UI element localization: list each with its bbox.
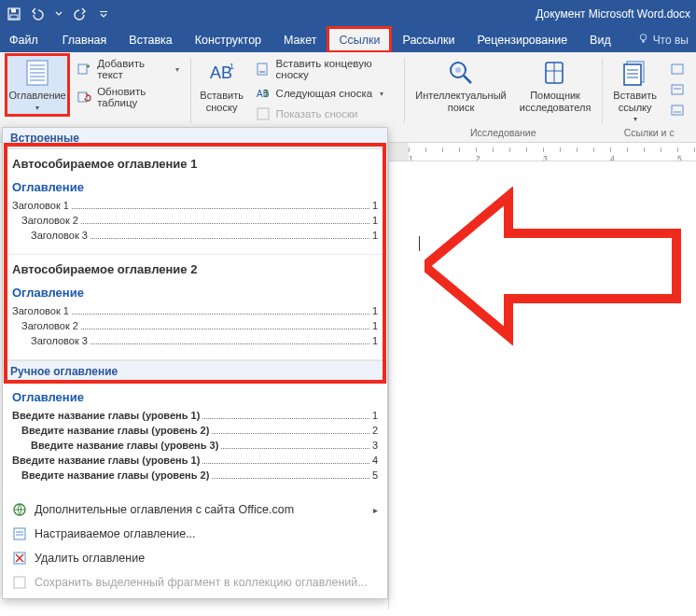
redo-icon[interactable] <box>71 4 91 24</box>
chevron-down-icon: ▾ <box>175 65 179 74</box>
sources-icon <box>670 62 685 77</box>
toc-preview-style-name: Автособираемое оглавление 2 <box>12 262 378 276</box>
gallery-section-builtin: Встроенные <box>3 128 387 149</box>
svg-rect-31 <box>672 64 683 74</box>
lightbulb-icon <box>637 33 649 48</box>
manage-sources-button[interactable] <box>666 60 689 78</box>
toc-button-label: Оглавление <box>8 90 65 102</box>
toc-row: Введите название главы (уровень 3)3 <box>12 440 378 452</box>
group-links: Вставить ссылку ▾ Ссылки и с <box>602 52 696 142</box>
toc-row: Заголовок 21 <box>12 215 378 227</box>
svg-rect-37 <box>14 528 25 539</box>
footnote-icon: AB1 <box>207 58 237 88</box>
insert-link-button[interactable]: Вставить ссылку ▾ <box>609 56 661 125</box>
style-button[interactable] <box>666 80 689 99</box>
svg-rect-43 <box>14 577 25 588</box>
document-title-text: Документ Microsoft Word.docx <box>536 7 690 21</box>
bibliography-icon <box>670 103 685 118</box>
svg-rect-5 <box>642 40 644 42</box>
refresh-icon <box>77 90 91 105</box>
horizontal-ruler[interactable]: 123456 <box>388 143 696 161</box>
svg-rect-19 <box>258 108 269 119</box>
save-icon[interactable] <box>4 4 24 24</box>
tab-insert[interactable]: Вставка <box>118 27 183 52</box>
quick-access-toolbar <box>0 4 118 24</box>
tab-design[interactable]: Конструктор <box>184 27 272 52</box>
toc-row: Заголовок 21 <box>12 320 378 332</box>
bibliography-button[interactable] <box>666 101 689 119</box>
toc-row: Заголовок 11 <box>12 200 378 212</box>
chevron-down-icon: ▾ <box>380 90 383 98</box>
remove-toc-icon <box>12 551 27 566</box>
toc-preview-title: Оглавление <box>12 286 378 300</box>
tab-view[interactable]: Вид <box>578 27 622 52</box>
svg-point-4 <box>640 34 647 40</box>
toc-preview-item[interactable]: Автособираемое оглавление 2ОглавлениеЗаг… <box>3 255 387 360</box>
svg-rect-27 <box>624 64 641 85</box>
menu-custom-toc[interactable]: Настраиваемое оглавление... <box>3 522 387 546</box>
svg-rect-2 <box>10 15 18 19</box>
tell-me-search[interactable]: Что вы <box>632 27 696 52</box>
add-text-icon <box>77 62 91 77</box>
undo-dropdown-icon[interactable] <box>49 4 69 24</box>
svg-rect-1 <box>11 8 16 12</box>
links-group-label: Ссылки и с <box>609 127 689 140</box>
show-notes-icon <box>256 106 271 121</box>
toc-preview-title: Оглавление <box>12 180 378 194</box>
document-title: Документ Microsoft Word.docx <box>536 7 690 21</box>
toc-button[interactable]: Оглавление ▾ <box>7 56 67 114</box>
research-group-label: Исследование <box>411 127 594 140</box>
chevron-down-icon: ▾ <box>35 104 39 112</box>
insert-footnote-button[interactable]: AB1 Вставить сноску <box>198 56 246 115</box>
svg-text:1: 1 <box>230 62 234 71</box>
insert-endnote-button[interactable]: Вставить концевую сноску <box>252 56 397 82</box>
undo-icon[interactable] <box>26 4 47 24</box>
link-icon <box>620 58 650 88</box>
toc-row: Введите название главы (уровень 1)4 <box>12 455 378 467</box>
add-text-button[interactable]: Добавить текст ▾ <box>73 56 182 82</box>
toc-row: Введите название главы (уровень 1)1 <box>12 410 378 422</box>
smart-lookup-button[interactable]: Интеллектуальный поиск <box>411 56 509 115</box>
menu-more-office[interactable]: Дополнительные оглавления с сайта Office… <box>3 497 387 522</box>
endnote-icon <box>256 62 271 77</box>
toc-gallery-dropdown: Встроенные Автособираемое оглавление 1Ог… <box>2 127 388 599</box>
toc-preview-title: Оглавление <box>12 390 378 404</box>
qat-customize-icon[interactable] <box>93 4 114 24</box>
style-icon <box>670 82 685 97</box>
menu-remove-toc[interactable]: Удалить оглавление <box>3 546 387 570</box>
toc-preview-style-name: Автособираемое оглавление 1 <box>12 157 378 171</box>
toc-preview-item[interactable]: Автособираемое оглавление 1ОглавлениеЗаг… <box>3 149 387 255</box>
group-research: Интеллектуальный поиск Помощник исследов… <box>404 52 602 142</box>
svg-line-21 <box>464 76 471 83</box>
toc-row: Заголовок 11 <box>12 305 378 317</box>
tab-layout[interactable]: Макет <box>272 27 327 52</box>
annotation-arrow-left <box>425 187 686 345</box>
custom-toc-icon <box>12 526 27 541</box>
svg-rect-34 <box>672 105 683 115</box>
tab-references[interactable]: Ссылки <box>327 27 391 52</box>
title-bar: Документ Microsoft Word.docx <box>0 0 696 27</box>
toc-row: Заголовок 31 <box>12 230 378 242</box>
insert-footnote-label: Вставить сноску <box>200 90 244 113</box>
next-footnote-icon: AB <box>256 86 271 101</box>
tab-mailings[interactable]: Рассылки <box>391 27 466 52</box>
menu-save-selection: Сохранить выделенный фрагмент в коллекци… <box>3 570 387 595</box>
text-cursor <box>419 236 420 251</box>
researcher-button[interactable]: Помощник исследователя <box>516 56 595 115</box>
toc-row: Введите название главы (уровень 2)5 <box>12 469 378 482</box>
toc-row: Заголовок 31 <box>12 335 378 347</box>
svg-point-22 <box>455 67 461 73</box>
smart-lookup-icon <box>446 58 476 88</box>
toc-preview-manual[interactable]: Оглавление Введите название главы (урове… <box>3 383 387 494</box>
researcher-icon <box>540 58 570 88</box>
tab-review[interactable]: Рецензирование <box>466 27 579 52</box>
next-footnote-button[interactable]: AB Следующая сноска ▾ <box>252 84 397 103</box>
chevron-down-icon: ▾ <box>633 115 637 123</box>
toc-row: Введите название главы (уровень 2)2 <box>12 425 378 437</box>
chevron-right-icon: ▸ <box>373 505 378 515</box>
save-selection-icon <box>12 575 27 590</box>
svg-rect-12 <box>78 64 87 74</box>
tab-file[interactable]: Файл <box>0 27 51 52</box>
tab-home[interactable]: Главная <box>51 27 118 52</box>
update-table-button[interactable]: Обновить таблицу <box>73 84 182 110</box>
